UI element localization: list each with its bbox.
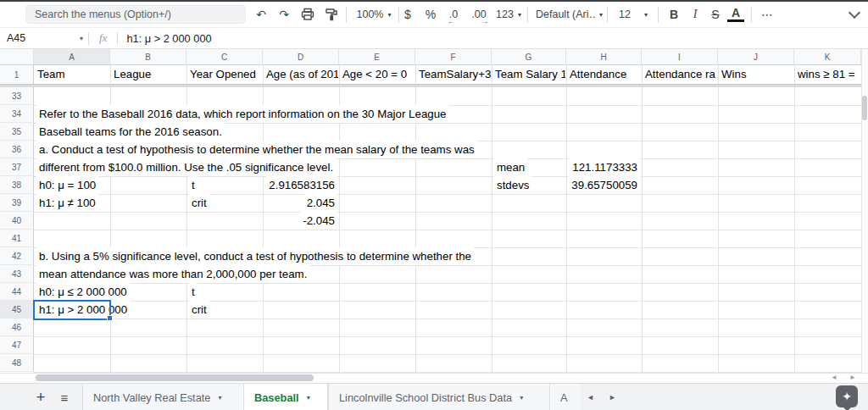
column-header-G[interactable]: G: [492, 49, 566, 65]
tab-dropdown-icon[interactable]: ▾: [307, 394, 310, 402]
gridline-vertical: [492, 65, 492, 372]
sheet-tab-north-valley-real-estate[interactable]: North Valley Real Estate▾: [82, 384, 243, 410]
gridline-horizontal: [34, 354, 861, 355]
spreadsheet-app: ↶ ↷ 100% ▾ $ % .0 ← .: [0, 0, 868, 410]
cell-J1[interactable]: Wins: [718, 65, 793, 84]
row-header-45[interactable]: 45: [0, 301, 34, 319]
row-header-38[interactable]: 38: [0, 176, 34, 194]
cell-D1[interactable]: Age (as of 201: [263, 65, 338, 84]
row-header-40[interactable]: 40: [0, 212, 34, 230]
cell-D39[interactable]: 2.045: [304, 194, 337, 212]
row-header-33[interactable]: 33: [0, 87, 34, 105]
explore-button[interactable]: ✦: [836, 385, 858, 407]
frozen-row-divider[interactable]: [0, 84, 861, 87]
column-header-H[interactable]: H: [566, 49, 642, 65]
gridline-horizontal: [34, 319, 861, 319]
cell-A42[interactable]: b. Using a 5% significance level, conduc…: [36, 247, 474, 265]
column-header-A[interactable]: A: [34, 49, 110, 65]
column-header-J[interactable]: J: [718, 49, 794, 65]
cell-D40[interactable]: -2.045: [300, 212, 337, 230]
add-sheet-button[interactable]: +: [31, 384, 51, 410]
sheet-tab-label: Baseball: [254, 391, 299, 404]
cell-C45[interactable]: crit: [189, 301, 209, 319]
cell-A35[interactable]: Baseball teams for the 2016 season.: [36, 123, 225, 141]
column-header-B[interactable]: B: [110, 49, 186, 65]
cell-H1[interactable]: Attendance: [566, 65, 641, 84]
column-header-C[interactable]: C: [186, 49, 263, 65]
cell-A43[interactable]: mean attendance was more than 2,000,000 …: [36, 265, 309, 283]
row-header-37[interactable]: 37: [0, 158, 34, 176]
tab-dropdown-icon[interactable]: ▾: [520, 394, 523, 402]
cell-C1[interactable]: Year Opened: [186, 65, 262, 84]
cell-A37[interactable]: different from $100.0 million. Use the .…: [36, 158, 336, 176]
cell-G37[interactable]: mean: [494, 158, 527, 176]
cell-H37[interactable]: 121.1173333: [570, 158, 640, 176]
hscroll-left-arrow[interactable]: ◄: [831, 374, 837, 381]
row-header-1[interactable]: 1: [0, 65, 34, 84]
cell-C39[interactable]: crit: [189, 194, 209, 212]
row-header-41[interactable]: 41: [0, 230, 34, 247]
cell-A36[interactable]: a. Conduct a test of hypothesis to deter…: [36, 141, 477, 158]
sheet-grid: ABCDEFGHIJK1TeamLeagueYear OpenedAge (as…: [0, 0, 868, 410]
cell-F1[interactable]: TeamSalary+3: [415, 65, 491, 84]
sheet-tab-lincolnville-school-district-bus-data[interactable]: Lincolnville School District Bus Data▾: [328, 384, 549, 410]
sheet-tab-a[interactable]: A: [549, 384, 581, 410]
tab-scroll-right-button[interactable]: ►: [609, 384, 616, 410]
hscroll-right-arrow[interactable]: ►: [849, 374, 856, 381]
cell-H38[interactable]: 39.65750059: [569, 176, 640, 194]
cell-G1[interactable]: Team Salary 1: [492, 65, 565, 84]
cell-A1[interactable]: Team: [34, 65, 109, 84]
gridline-horizontal: [34, 230, 861, 230]
gridline-horizontal: [34, 212, 861, 213]
cell-G38[interactable]: stdevs: [494, 176, 531, 194]
cell-A34[interactable]: Refer to the Baseball 2016 data, which r…: [36, 105, 448, 123]
cell-A44[interactable]: h0: μ ≤ 2 000 000: [36, 283, 130, 301]
row-header-44[interactable]: 44: [0, 283, 34, 301]
sheet-tab-baseball[interactable]: Baseball▾: [243, 384, 328, 410]
row-header-39[interactable]: 39: [0, 194, 34, 212]
cell-A39[interactable]: h1: μ ≠ 100: [36, 194, 98, 212]
cell-C44[interactable]: t: [189, 283, 198, 301]
column-header-D[interactable]: D: [263, 49, 339, 65]
all-sheets-menu-button[interactable]: ≡: [54, 384, 75, 410]
row-header-43[interactable]: 43: [0, 265, 34, 283]
sheet-tab-label: A: [560, 391, 568, 404]
row-header-34[interactable]: 34: [0, 105, 34, 123]
cell-E1[interactable]: Age < 20 = 0: [339, 65, 415, 84]
column-header-K[interactable]: K: [794, 49, 861, 65]
sheet-tab-bar: + ≡ North Valley Real Estate▾Baseball▾Li…: [0, 383, 868, 410]
row-header-48[interactable]: 48: [0, 354, 34, 372]
sheet-tab-label: North Valley Real Estate: [93, 391, 210, 404]
gridline-horizontal: [34, 283, 861, 284]
fill-handle[interactable]: [107, 315, 113, 321]
row-header-47[interactable]: 47: [0, 336, 34, 354]
vertical-scrollbar-thumb[interactable]: [862, 96, 867, 120]
tab-scroll-left-button[interactable]: ◄: [587, 384, 594, 410]
cell-B1[interactable]: League: [110, 65, 186, 84]
cell-A38[interactable]: h0: μ = 100: [36, 176, 98, 194]
row-header-42[interactable]: 42: [0, 247, 34, 265]
cell-A45[interactable]: h1: μ > 2 000 000: [36, 301, 130, 319]
cell-I1[interactable]: Attendance ra: [642, 65, 717, 84]
row-header-35[interactable]: 35: [0, 123, 34, 141]
column-header-E[interactable]: E: [339, 49, 415, 65]
column-header-F[interactable]: F: [415, 49, 492, 65]
select-all-corner[interactable]: [0, 49, 34, 65]
horizontal-scrollbar-thumb[interactable]: [36, 374, 314, 381]
gridline-horizontal: [34, 194, 861, 195]
gridline-vertical: [566, 65, 567, 372]
gridline-vertical: [794, 65, 795, 372]
row-header-36[interactable]: 36: [0, 141, 34, 158]
cell-K1[interactable]: wins ≥ 81 =: [794, 65, 860, 84]
tab-dropdown-icon[interactable]: ▾: [218, 394, 221, 402]
gridline-vertical: [718, 65, 719, 372]
column-header-I[interactable]: I: [642, 49, 718, 65]
sheet-tab-label: Lincolnville School District Bus Data: [339, 391, 512, 404]
cell-D38[interactable]: 2.916583156: [266, 176, 337, 194]
gridline-horizontal: [34, 176, 861, 177]
gridline-horizontal: [34, 301, 861, 302]
gridline-horizontal: [34, 336, 861, 337]
row-header-46[interactable]: 46: [0, 319, 34, 336]
gridline-vertical: [642, 65, 643, 372]
cell-C38[interactable]: t: [189, 176, 198, 194]
